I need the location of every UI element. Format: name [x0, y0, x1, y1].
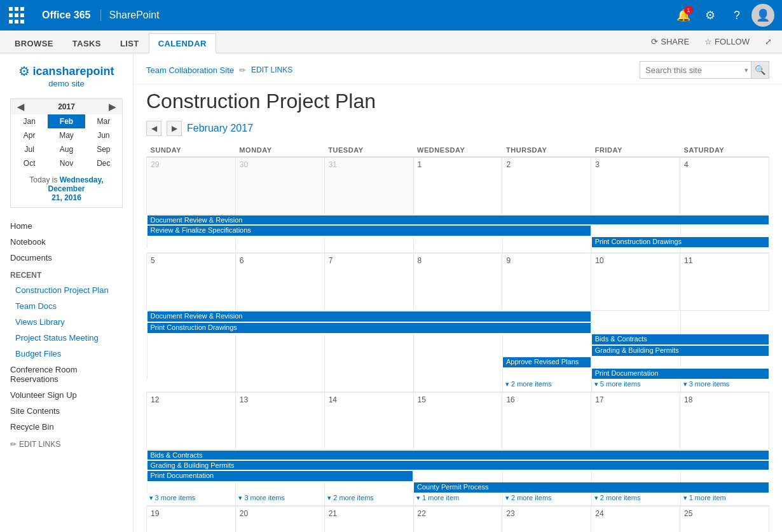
share-button[interactable]: ⟳ SHARE	[646, 34, 694, 49]
col-friday: FRIDAY	[591, 144, 680, 157]
cal-next-button[interactable]: ▶	[167, 121, 182, 136]
table-row: 31	[324, 157, 413, 214]
more-items-link[interactable]: ▾ 2 more items	[592, 493, 680, 503]
nav-project-status-meeting[interactable]: Project Status Meeting	[0, 330, 133, 346]
calendar-event[interactable]: Print Construction Drawings	[592, 237, 769, 247]
more-items-link[interactable]: ▾ 1 more item	[414, 493, 502, 503]
notification-button[interactable]: 🔔 1	[671, 3, 696, 27]
mini-cal-mar[interactable]: Mar	[85, 114, 122, 128]
table-row: 8	[413, 253, 502, 310]
table-row: 21	[324, 506, 413, 532]
mini-cal-dec[interactable]: Dec	[85, 156, 122, 170]
follow-button[interactable]: ☆ FOLLOW	[699, 34, 755, 49]
logo-text-main: icansharepoint	[32, 65, 114, 78]
search-input[interactable]	[640, 62, 742, 78]
table-row: 12	[147, 392, 236, 449]
mini-cal-sep[interactable]: Sep	[85, 142, 122, 156]
nav-volunteer-signup[interactable]: Volunteer Sign Up	[0, 387, 133, 403]
search-dropdown[interactable]: ▾	[742, 66, 751, 74]
more-items-link[interactable]: ▾ 2 more items	[503, 379, 591, 389]
content-header: Team Collaboration Site ✏ EDIT LINKS ▾ 🔍	[134, 53, 782, 85]
fullscreen-button[interactable]: ⤢	[760, 34, 777, 49]
mini-cal-today: Today is Wednesday, December21, 2016	[11, 170, 122, 207]
mini-cal-nov[interactable]: Nov	[48, 156, 85, 170]
table-row: 7	[324, 253, 413, 310]
mini-cal-oct[interactable]: Oct	[11, 156, 48, 170]
nav-documents[interactable]: Documents	[0, 250, 133, 266]
waffle-menu[interactable]	[8, 6, 25, 24]
calendar-event[interactable]: County Permit Process	[414, 482, 768, 493]
help-button[interactable]: ?	[725, 3, 749, 27]
site-logo: ⚙ icansharepoint demo site	[0, 64, 133, 99]
calendar-event[interactable]: Bids & Contracts	[592, 334, 769, 344]
calendar-event[interactable]: Document Review & Revision	[147, 311, 591, 322]
office365-label[interactable]: Office 365	[32, 10, 101, 21]
mini-cal-jun[interactable]: Jun	[85, 128, 122, 142]
nav-budget-files[interactable]: Budget Files	[0, 346, 133, 362]
calendar-events-row: Bids & ContractsGrading & Building Permi…	[147, 449, 769, 506]
col-wednesday: WEDNESDAY	[413, 144, 502, 157]
sidebar: ⚙ icansharepoint demo site ◀ 2017 ▶ Jan …	[0, 53, 134, 532]
mini-cal-feb[interactable]: Feb	[48, 114, 85, 128]
cal-prev-button[interactable]: ◀	[146, 121, 161, 136]
nav-notebook[interactable]: Notebook	[0, 234, 133, 250]
share-icon: ⟳	[651, 37, 658, 46]
mini-cal-aug[interactable]: Aug	[48, 142, 85, 156]
calendar-event[interactable]: Grading & Building Permits	[592, 346, 769, 356]
more-items-link[interactable]: ▾ 3 more items	[236, 493, 324, 503]
more-items-link[interactable]: ▾ 5 more items	[592, 379, 680, 389]
nav-construction-project-plan[interactable]: Construction Project Plan	[0, 282, 133, 298]
tab-calendar[interactable]: CALENDAR	[149, 33, 216, 53]
share-label: SHARE	[661, 37, 689, 46]
main-layout: ⚙ icansharepoint demo site ◀ 2017 ▶ Jan …	[0, 53, 782, 532]
follow-icon: ☆	[704, 37, 712, 46]
breadcrumb-site[interactable]: Team Collaboration Site	[146, 65, 234, 75]
more-items-link[interactable]: ▾ 2 more items	[325, 493, 413, 503]
edit-links-top[interactable]: EDIT LINKS	[251, 65, 292, 74]
nav-site-contents[interactable]: Site Contents	[0, 403, 133, 419]
nav-section-recent: Recent	[0, 266, 133, 282]
nav-views-library[interactable]: Views Library	[0, 314, 133, 330]
calendar-event[interactable]: Approve Revised Plans	[503, 357, 591, 367]
nav-home[interactable]: Home	[0, 218, 133, 234]
search-button[interactable]: 🔍	[751, 62, 769, 78]
mini-calendar: ◀ 2017 ▶ Jan Feb Mar Apr May Jun Jul Aug…	[10, 99, 123, 208]
calendar-event[interactable]: Review & Finalize Specifications	[147, 226, 591, 236]
more-items-link[interactable]: ▾ 3 more items	[147, 493, 236, 503]
calendar-event[interactable]: Print Documentation	[147, 471, 413, 481]
mini-cal-next[interactable]: ▶	[106, 102, 118, 112]
tab-browse[interactable]: BROWSE	[5, 33, 63, 53]
mini-cal-jul[interactable]: Jul	[11, 142, 48, 156]
user-avatar[interactable]: 👤	[751, 4, 774, 27]
mini-cal-prev[interactable]: ◀	[15, 102, 27, 112]
nav-team-docs[interactable]: Team Docs	[0, 298, 133, 314]
calendar-event[interactable]: Bids & Contracts	[147, 451, 769, 460]
more-items-link[interactable]: ▾ 3 more items	[681, 379, 769, 389]
tab-list[interactable]: LIST	[111, 33, 149, 53]
nav-recycle-bin[interactable]: Recycle Bin	[0, 419, 133, 435]
calendar-event[interactable]: Document Review & Revision	[147, 215, 769, 224]
table-row: 30	[235, 157, 324, 214]
col-thursday: THURSDAY	[502, 144, 591, 157]
logo-text-sub: demo site	[10, 79, 123, 88]
table-row: 25	[680, 506, 769, 532]
calendar-event[interactable]: Print Documentation	[592, 369, 769, 379]
calendar-section: ◀ ▶ February 2017 SUNDAY MONDAY TUESDAY …	[134, 121, 782, 532]
top-bar: Office 365 SharePoint 🔔 1 ⚙ ? 👤	[0, 0, 782, 31]
more-items-link[interactable]: ▾ 2 more items	[503, 493, 591, 503]
col-saturday: SATURDAY	[680, 144, 769, 157]
follow-label: FOLLOW	[715, 37, 750, 46]
mini-cal-jan[interactable]: Jan	[11, 114, 48, 128]
table-row: 19	[147, 506, 236, 532]
settings-button[interactable]: ⚙	[698, 3, 722, 27]
more-items-link[interactable]: ▾ 1 more item	[681, 493, 769, 503]
sharepoint-label: SharePoint	[109, 10, 671, 21]
edit-links-label: EDIT LINKS	[19, 440, 60, 449]
edit-links-bottom[interactable]: ✏ EDIT LINKS	[0, 435, 133, 454]
calendar-event[interactable]: Print Construction Drawings	[147, 323, 591, 333]
tab-tasks[interactable]: TASKS	[63, 33, 111, 53]
nav-conference-room[interactable]: Conference Room Reservations	[0, 362, 133, 387]
mini-cal-may[interactable]: May	[48, 128, 85, 142]
calendar-event[interactable]: Grading & Building Permits	[147, 461, 769, 470]
mini-cal-apr[interactable]: Apr	[11, 128, 48, 142]
